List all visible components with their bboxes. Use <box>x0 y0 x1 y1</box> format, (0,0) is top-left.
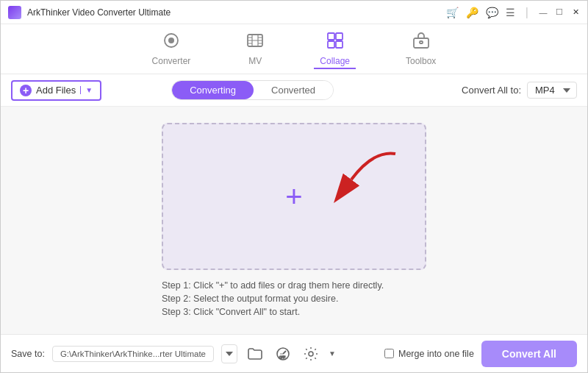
merge-checkbox-input[interactable] <box>384 349 394 358</box>
settings-dropdown-arrow[interactable]: ▼ <box>329 349 336 358</box>
add-files-label: Add Files <box>36 85 76 96</box>
speed-icon-button[interactable]: OFF <box>273 344 293 364</box>
convert-all-button[interactable]: Convert All <box>481 341 577 367</box>
instruction-1: Step 1: Click "+" to add files or drag t… <box>162 279 426 292</box>
settings-icon-button[interactable] <box>301 344 321 364</box>
tab-converted[interactable]: Converted <box>254 81 333 99</box>
title-bar: ArkThinker Video Converter Ultimate 🛒 🔑 … <box>1 1 587 24</box>
svg-text:OFF: OFF <box>279 355 286 359</box>
add-files-dropdown-arrow[interactable]: ▼ <box>80 86 93 94</box>
cart-icon[interactable]: 🛒 <box>446 7 459 18</box>
svg-rect-5 <box>328 41 334 48</box>
nav-item-collage[interactable]: Collage <box>314 29 356 69</box>
svg-point-12 <box>309 352 313 356</box>
collage-icon <box>326 32 344 53</box>
merge-label-text: Merge into one file <box>398 349 474 359</box>
convert-all-to: Convert All to: MP4 MOV AVI MKV WMV <box>462 82 577 99</box>
toolbox-icon <box>412 32 430 53</box>
svg-point-1 <box>168 38 174 43</box>
path-dropdown-arrow[interactable] <box>221 344 237 363</box>
nav-toolbox-label: Toolbox <box>406 56 436 66</box>
footer: Save to: OFF ▼ Merge into one file Conve… <box>1 334 587 372</box>
minimize-button[interactable]: — <box>539 8 548 17</box>
save-path-input[interactable] <box>52 346 214 362</box>
folder-icon-button[interactable] <box>245 344 265 364</box>
toolbar: + Add Files ▼ Converting Converted Conve… <box>1 74 587 107</box>
convert-all-to-label: Convert All to: <box>462 85 521 96</box>
app-logo <box>8 6 21 19</box>
key-icon[interactable]: 🔑 <box>466 7 478 18</box>
instruction-3: Step 3: Click "Convert All" to start. <box>162 305 426 319</box>
menu-icon[interactable]: ☰ <box>506 7 515 18</box>
instruction-2: Step 2: Select the output format you des… <box>162 292 426 305</box>
format-select[interactable]: MP4 MOV AVI MKV WMV <box>527 82 577 99</box>
nav-converter-label: Converter <box>152 56 191 66</box>
drop-zone-plus-icon: + <box>285 182 302 211</box>
nav-item-toolbox[interactable]: Toolbox <box>400 29 442 69</box>
svg-rect-4 <box>336 33 343 40</box>
plus-icon: + <box>20 85 32 96</box>
svg-rect-8 <box>420 41 423 43</box>
merge-checkbox-label[interactable]: Merge into one file <box>384 349 474 359</box>
maximize-button[interactable]: ☐ <box>555 8 564 17</box>
add-files-button[interactable]: + Add Files ▼ <box>11 80 101 101</box>
tab-group: Converting Converted <box>171 80 334 100</box>
nav-item-converter[interactable]: Converter <box>146 29 197 69</box>
nav-bar: Converter MV Collage <box>1 24 587 74</box>
main-content: + Step 1: Click "+" to add files or drag… <box>1 107 587 334</box>
title-bar-controls: 🛒 🔑 💬 ☰ | — ☐ ✕ <box>446 6 580 19</box>
close-button[interactable]: ✕ <box>571 8 580 17</box>
mv-icon <box>246 32 264 53</box>
converter-icon <box>162 32 180 53</box>
save-to-label: Save to: <box>11 349 45 359</box>
svg-rect-3 <box>328 33 334 40</box>
chat-icon[interactable]: 💬 <box>486 7 498 18</box>
instructions: Step 1: Click "+" to add files or drag t… <box>162 279 426 319</box>
nav-mv-label: MV <box>248 56 262 66</box>
drop-zone[interactable]: + <box>162 123 426 270</box>
app-title: ArkThinker Video Converter Ultimate <box>27 7 446 18</box>
svg-rect-6 <box>336 41 343 48</box>
nav-collage-label: Collage <box>320 56 350 66</box>
nav-item-mv[interactable]: MV <box>240 29 270 69</box>
tab-converting[interactable]: Converting <box>172 81 254 99</box>
arrow-indicator <box>315 146 403 208</box>
